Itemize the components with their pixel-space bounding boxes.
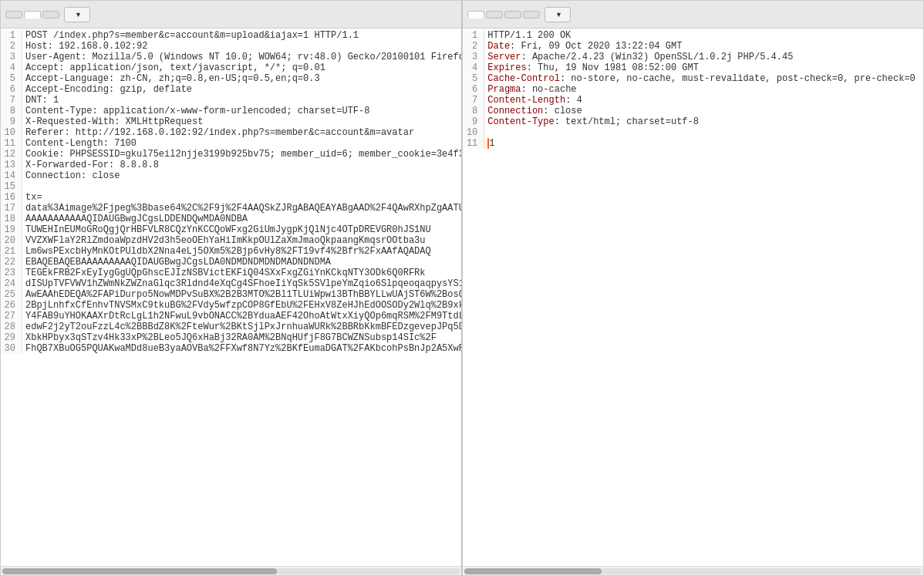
line-content: Server: Apache/2.4.23 (Win32) OpenSSL/1.… (484, 52, 923, 62)
header-value: : close (543, 106, 582, 116)
table-row: 4Expires: Thu, 19 Nov 1981 08:52:00 GMT (463, 62, 923, 73)
right-tab-render[interactable] (504, 11, 521, 19)
line-content: Cookie: PHPSESSID=gkul75eil2njje3199b925… (22, 149, 461, 160)
line-content: 2BpjLnhfxCfEnhvTNVSMxC9tkuBG%2FVdy5wfzpC… (22, 300, 461, 311)
left-scroll-thumb[interactable] (2, 568, 277, 574)
left-code-area: 1POST /index.php?s=member&c=account&m=up… (1, 30, 461, 354)
line-number: 10 (1, 127, 22, 138)
line-content: TUWEHInEUMoGRoQgjQrHBFVLR8CQzYnKCCQoWFxg… (22, 224, 461, 235)
line-content: AAAAAAAAAAAQIDAUGBwgJCgsLDDENDQwMDA0NDBA (22, 214, 461, 224)
line-number: 12 (1, 149, 22, 160)
header-key: Date (487, 41, 510, 52)
right-scroll-track[interactable] (464, 568, 922, 574)
line-number: 2 (463, 41, 484, 52)
line-content (22, 181, 461, 192)
line-number: 13 (1, 160, 22, 170)
line-number: 17 (1, 203, 22, 214)
line-number: 30 (1, 343, 22, 354)
table-row: 20VVZXWFlaY2RlZmdoaWpzdHV2d3h5eoOEhYaHiI… (1, 235, 461, 246)
table-row: 3User-Agent: Mozilla/5.0 (Windows NT 10.… (1, 52, 461, 62)
table-row: 5Cache-Control: no-store, no-cache, must… (463, 73, 923, 84)
line-number: 5 (1, 73, 22, 84)
left-bottom-scrollbar[interactable] (1, 566, 461, 575)
line-content: VVZXWFlaY2RlZmdoaWpzdHV2d3h5eoOEhYaHiImK… (22, 235, 461, 246)
right-tab-newline[interactable] (523, 11, 540, 19)
line-number: 15 (1, 181, 22, 192)
table-row: 19TUWEHInEUMoGRoQgjQrHBFVLR8CQzYnKCCQoWF… (1, 224, 461, 235)
line-number: 29 (1, 332, 22, 343)
left-tab-pretty[interactable] (5, 11, 22, 19)
line-number: 1 (1, 30, 22, 41)
left-tab-newline[interactable] (42, 11, 59, 19)
left-panel-content[interactable]: 1POST /index.php?s=member&c=account&m=up… (1, 29, 461, 566)
right-scroll-thumb[interactable] (464, 568, 602, 574)
table-row: 21Lm6wsPExcbHyMnKOtPUldbX2Nna4eLj5OXm5%2… (1, 246, 461, 257)
right-actions-button[interactable]: ▼ (545, 7, 571, 22)
table-row: 4Accept: application/json, text/javascri… (1, 62, 461, 73)
line-content: Date: Fri, 09 Oct 2020 13:22:04 GMT (484, 41, 923, 52)
left-tab-raw[interactable] (24, 11, 41, 19)
line-number: 23 (1, 268, 22, 278)
table-row: 2Date: Fri, 09 Oct 2020 13:22:04 GMT (463, 41, 923, 52)
table-row: 7DNT: 1 (1, 95, 461, 106)
line-number: 8 (463, 106, 484, 116)
table-row: 8Content-Type: application/x-www-form-ur… (1, 106, 461, 116)
table-row: 23TEGEkFRB2FxEyIygGgUQpGhscEJIzNSBVictEK… (1, 268, 461, 278)
line-content: tx= (22, 192, 461, 203)
line-content: FhQB7XBuOG5PQUAKwaMDd8ueB3yaAOVBa%2FFXwf… (22, 343, 461, 354)
header-key: Cache-Control (487, 73, 560, 84)
line-number: 6 (1, 84, 22, 95)
right-tab-pretty[interactable] (467, 11, 484, 19)
line-number: 3 (463, 52, 484, 62)
header-value: : Thu, 19 Nov 1981 08:52:00 GMT (527, 62, 699, 73)
table-row: 27Y4FAB9uYHOKAAXrDtRcLgL1h2NFwuL9vbONACC… (1, 311, 461, 322)
line-content: Lm6wsPExcbHyMnKOtPUldbX2Nna4eLj5OXm5%2Bj… (22, 246, 461, 257)
line-content: Referer: http://192.168.0.102:92/index.p… (22, 127, 461, 138)
main-container: ▼ 1POST /index.php?s=member&c=account&m=… (0, 0, 924, 576)
line-content: AwEAAhEDEQA%2FAPiDurpo5NowMDPvSuBX%2B2B3… (22, 289, 461, 300)
right-bottom-scrollbar[interactable] (463, 566, 923, 575)
right-code-area: 1HTTP/1.1 200 OK2Date: Fri, 09 Oct 2020 … (463, 30, 923, 149)
line-content: Connection: close (484, 106, 923, 116)
left-actions-chevron-icon: ▼ (75, 11, 82, 19)
line-content: Content-Type: text/html; charset=utf-8 (484, 116, 923, 127)
line-number: 18 (1, 214, 22, 224)
line-number: 20 (1, 235, 22, 246)
line-content: EBAQEBAQEBAAAAAAAAAQIDAUGBwgJCgsLDA0NDMD… (22, 257, 461, 268)
line-content: data%3Aimage%2Fjpeg%3Bbase64%2C%2F9j%2F4… (22, 203, 461, 214)
line-content: Cache-Control: no-store, no-cache, must-… (484, 73, 923, 84)
table-row: 3Server: Apache/2.4.23 (Win32) OpenSSL/1… (463, 52, 923, 62)
line-number: 9 (1, 116, 22, 127)
line-number: 25 (1, 289, 22, 300)
line-number: 26 (1, 300, 22, 311)
line-number: 10 (463, 127, 484, 138)
table-row: 262BpjLnhfxCfEnhvTNVSMxC9tkuBG%2FVdy5wfz… (1, 300, 461, 311)
left-panel: ▼ 1POST /index.php?s=member&c=account&m=… (0, 0, 462, 576)
table-row: 9Content-Type: text/html; charset=utf-8 (463, 116, 923, 127)
line-content: edwF2j2yT2ouFzzL4c%2BBBdZ8K%2FteWur%2BKt… (22, 322, 461, 332)
table-row: 30FhQB7XBuOG5PQUAKwaMDd8ueB3yaAOVBa%2FFX… (1, 343, 461, 354)
line-content: Content-Type: application/x-www-form-url… (22, 106, 461, 116)
header-key: Server (487, 52, 521, 62)
line-content: TEGEkFRB2FxEyIygGgUQpGhscEJIzNSBVictEKFi… (22, 268, 461, 278)
line-number: 16 (1, 192, 22, 203)
left-actions-button[interactable]: ▼ (64, 7, 90, 22)
right-tab-raw[interactable] (486, 11, 503, 19)
table-row: 1HTTP/1.1 200 OK (463, 30, 923, 41)
line-content: DNT: 1 (22, 95, 461, 106)
right-toolbar: ▼ (463, 1, 923, 29)
table-row: 17data%3Aimage%2Fjpeg%3Bbase64%2C%2F9j%2… (1, 203, 461, 214)
line-number: 7 (1, 95, 22, 106)
line-number: 19 (1, 224, 22, 235)
left-scroll-track[interactable] (2, 568, 460, 574)
line-number: 24 (1, 278, 22, 289)
line-content: Accept: application/json, text/javascrip… (22, 62, 461, 73)
line-content: Content-Length: 7100 (22, 138, 461, 149)
right-panel-content[interactable]: 1HTTP/1.1 200 OK2Date: Fri, 09 Oct 2020 … (463, 29, 923, 566)
right-actions-chevron-icon: ▼ (555, 11, 562, 19)
line-number: 6 (463, 84, 484, 95)
line-number: 4 (1, 62, 22, 73)
table-row: 22EBAQEBAQEBAAAAAAAAAQIDAUGBwgJCgsLDA0ND… (1, 257, 461, 268)
header-value: : 4 (565, 95, 582, 106)
line-content: Content-Length: 4 (484, 95, 923, 106)
